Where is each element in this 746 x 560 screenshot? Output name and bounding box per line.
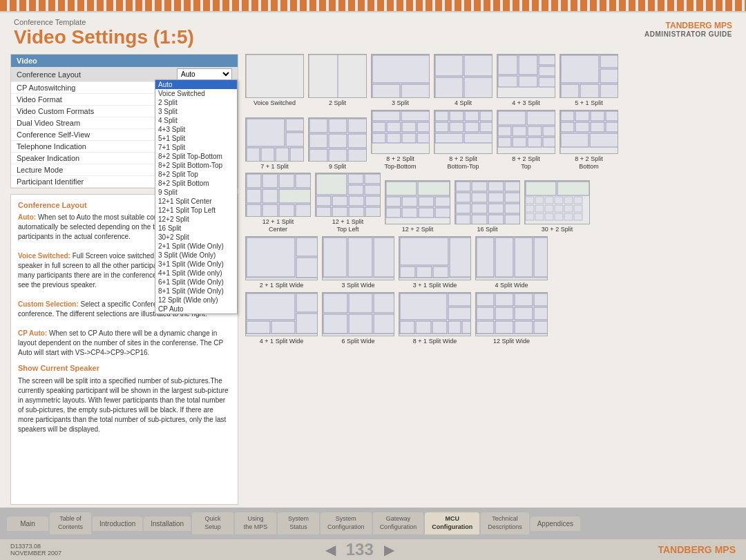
dl-3-wide[interactable]: 3 Split (Wide Only) <box>155 251 237 260</box>
tab-technical[interactable]: TechnicalDescriptions <box>481 512 529 534</box>
label-4split: 4 Split <box>455 99 472 107</box>
dl-4split[interactable]: 4 Split <box>155 116 237 125</box>
svg-rect-147 <box>535 197 544 204</box>
next-arrow-icon[interactable]: ▶ <box>384 541 394 558</box>
nav-item-label: Dual Video Stream <box>17 119 80 127</box>
svg-rect-104 <box>365 174 381 184</box>
dl-4p3split[interactable]: 4+3 Split <box>155 125 237 134</box>
svg-rect-25 <box>580 84 599 98</box>
dl-3p1-wide[interactable]: 3+1 Split (Wide Only) <box>155 260 237 269</box>
dl-12p1-center[interactable]: 12+1 Split Center <box>155 197 237 206</box>
nav-item-label: Lecture Mode <box>17 166 63 174</box>
layout-8p2-tb: 8 + 2 SplitTop-Bottom <box>371 110 430 171</box>
footer-brand-text: TANDBERG MPS <box>658 544 736 555</box>
svg-rect-92 <box>279 174 294 188</box>
dl-cp-auto[interactable]: CP Auto <box>155 305 237 313</box>
dl-6p1-wide[interactable]: 6+1 Split (Wide Only) <box>155 278 237 287</box>
dl-30p2[interactable]: 30+2 Split <box>155 233 237 242</box>
svg-rect-16 <box>519 76 537 87</box>
dl-12p1-topleft[interactable]: 12+1 Split Top Left <box>155 206 237 215</box>
svg-rect-14 <box>519 55 537 75</box>
dl-16split[interactable]: 16 Split <box>155 224 237 233</box>
svg-rect-55 <box>417 133 430 143</box>
page-number: 133 <box>346 540 374 559</box>
svg-rect-144 <box>526 182 556 195</box>
dl-4p1-wide[interactable]: 4+1 Split (Wide only) <box>155 269 237 278</box>
dl-auto[interactable]: Auto <box>155 80 237 89</box>
footer-date: NOVEMBER 2007 <box>10 550 61 557</box>
svg-rect-10 <box>435 77 463 98</box>
tab-introduction[interactable]: Introduction <box>93 516 142 531</box>
prev-arrow-icon[interactable]: ◀ <box>325 541 336 558</box>
nav-item-conference-layout[interactable]: Conference Layout Auto Voice Switched 2 … <box>11 67 238 82</box>
svg-rect-203 <box>448 321 461 334</box>
dl-5p1split[interactable]: 5+1 Split <box>155 134 237 143</box>
svg-rect-152 <box>526 205 534 212</box>
svg-rect-124 <box>419 208 434 218</box>
dl-2split[interactable]: 2 Split <box>155 98 237 107</box>
thumb-8p1-wide <box>399 292 471 336</box>
svg-rect-128 <box>472 182 487 191</box>
tab-toc[interactable]: Table ofContents <box>50 512 91 534</box>
svg-rect-202 <box>432 321 447 334</box>
tab-gateway-config[interactable]: GatewayConfiguration <box>373 512 424 534</box>
svg-rect-138 <box>505 204 520 213</box>
thumb-12p2 <box>385 180 450 224</box>
tab-system-config[interactable]: SystemConfiguration <box>321 512 372 534</box>
dl-voice-switched[interactable]: Voice Switched <box>155 89 237 98</box>
dl-8p2-top[interactable]: 8+2 Split Top <box>155 170 237 179</box>
svg-rect-195 <box>374 314 394 334</box>
dl-2p1-wide[interactable]: 2+1 Split (Wide Only) <box>155 242 237 251</box>
svg-rect-93 <box>296 174 311 188</box>
conference-layout-select[interactable]: Auto Voice Switched 2 Split 3 Split 4 Sp… <box>177 68 232 80</box>
svg-rect-133 <box>488 193 504 202</box>
svg-rect-136 <box>472 204 487 213</box>
layout-row-5: 4 + 1 Split Wide <box>245 292 736 345</box>
nav-item-label: Video Custom Formats <box>17 107 94 115</box>
dl-12-wide[interactable]: 12 Split (Wide only) <box>155 296 237 305</box>
dl-9split[interactable]: 9 Split <box>155 188 237 197</box>
label-12p1-topleft: 12 + 1 SplitTop Left <box>332 218 363 233</box>
label-3-wide: 3 Split Wide <box>341 282 374 289</box>
tab-appendices[interactable]: Appendices <box>530 516 580 531</box>
dl-8p1-wide[interactable]: 8+1 Split (Wide Only) <box>155 287 237 296</box>
tab-system-status[interactable]: SystemStatus <box>278 512 319 534</box>
dl-8p2-tb[interactable]: 8+2 Split Top-Bottom <box>155 152 237 161</box>
svg-rect-74 <box>498 137 511 147</box>
svg-rect-23 <box>600 69 618 83</box>
content-area: Video Conference Layout Auto Voice Switc… <box>0 51 746 508</box>
info-text-2: The screen will be split into a specifie… <box>18 376 231 434</box>
tab-main[interactable]: Main <box>7 516 48 531</box>
svg-rect-79 <box>561 111 574 121</box>
svg-rect-42 <box>309 149 327 162</box>
svg-rect-28 <box>247 119 285 146</box>
svg-rect-207 <box>495 293 513 306</box>
svg-rect-103 <box>348 174 363 184</box>
svg-rect-191 <box>349 293 372 313</box>
vs-label: Voice Switched: <box>18 252 70 260</box>
tab-installation[interactable]: Installation <box>144 516 191 531</box>
svg-rect-200 <box>400 321 414 334</box>
layout-12p2: 12 + 2 Split <box>385 180 450 233</box>
dl-3split[interactable]: 3 Split <box>155 107 237 116</box>
dl-8p2-bottom[interactable]: 8+2 Split Bottom <box>155 179 237 188</box>
svg-rect-71 <box>513 126 526 136</box>
svg-rect-112 <box>332 207 347 217</box>
svg-rect-75 <box>513 137 526 147</box>
svg-rect-99 <box>279 204 294 217</box>
label-12p2: 12 + 2 Split <box>402 226 433 233</box>
cp-text: When set to CP Auto there will be a dyna… <box>18 329 223 356</box>
tab-quick-setup[interactable]: QuickSetup <box>192 512 233 534</box>
svg-rect-129 <box>488 182 504 191</box>
svg-rect-173 <box>400 238 448 265</box>
dl-12p2[interactable]: 12+2 Split <box>155 215 237 224</box>
tab-mcu-config[interactable]: MCUConfiguration <box>425 512 479 534</box>
conference-layout-dropdown[interactable]: Auto Voice Switched 2 Split 3 Split 4 Sp… <box>177 68 232 80</box>
dl-7p1split[interactable]: 7+1 Split <box>155 143 237 152</box>
tab-using-mps[interactable]: Usingthe MPS <box>235 512 276 534</box>
layout-6-wide: 6 Split Wide <box>322 292 394 345</box>
svg-rect-48 <box>372 122 385 132</box>
dl-8p2-bt[interactable]: 8+2 Split Bottom-Top <box>155 161 237 170</box>
svg-rect-95 <box>262 189 278 203</box>
footer-doc-info: D13373.08 NOVEMBER 2007 <box>10 543 61 557</box>
